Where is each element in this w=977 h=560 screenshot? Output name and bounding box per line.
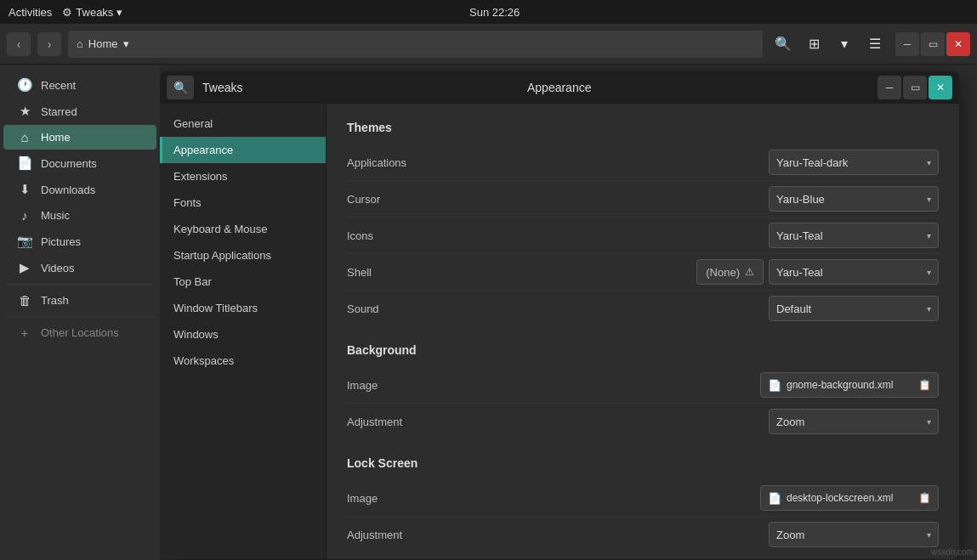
icons-label: Icons [347, 229, 769, 242]
forward-button[interactable]: › [37, 32, 61, 56]
background-header: Background [347, 343, 939, 357]
location-bar[interactable]: ⌂ Home ▾ [68, 31, 763, 58]
shell-row: Shell (None) ⚠ Yaru-Teal ▾ [347, 254, 939, 291]
applications-row: Applications Yaru-Teal-dark ▾ [347, 144, 939, 181]
tweaks-app-icon: ⚙ [62, 6, 72, 19]
cursor-dropdown-arrow: ▾ [927, 195, 931, 204]
ls-file-icon: 📄 [768, 492, 781, 505]
shell-dropdown[interactable]: Yaru-Teal ▾ [769, 259, 939, 285]
tweaks-nav-startup[interactable]: Startup Applications [160, 242, 326, 269]
shell-value: Yaru-Teal [776, 266, 823, 279]
tweaks-nav-windows[interactable]: Windows [160, 321, 326, 348]
filebar: ‹ › ⌂ Home ▾ 🔍 ⊞ ▾ ☰ ─ ▭ ✕ [0, 24, 977, 65]
tweaks-window: 🔍 Tweaks Appearance ─ ▭ ✕ General Appear… [160, 71, 959, 559]
sidebar-item-trash[interactable]: 🗑 Trash [3, 288, 156, 313]
icons-dropdown-arrow: ▾ [927, 231, 931, 240]
ls-adjustment-label: Adjustment [347, 529, 769, 541]
ls-image-picker[interactable]: 📄 desktop-lockscreen.xml 📋 [760, 485, 939, 511]
sidebar-label-starred: Starred [41, 105, 77, 118]
shell-control: (None) ⚠ Yaru-Teal ▾ [696, 259, 939, 285]
pictures-icon: 📷 [17, 234, 32, 249]
cursor-value: Yaru-Blue [776, 193, 825, 206]
tweaks-nav-general[interactable]: General [160, 110, 326, 137]
back-button[interactable]: ‹ [7, 32, 31, 56]
bg-image-label: Image [347, 379, 760, 392]
ls-adjustment-row: Adjustment Zoom ▾ [347, 517, 939, 552]
bg-image-value: gnome-background.xml [787, 379, 893, 391]
sound-dropdown[interactable]: Default ▾ [769, 296, 939, 321]
sort-button[interactable]: ▾ [831, 31, 858, 58]
system-topbar: Activities ⚙ Tweaks ▾ Sun 22:26 [0, 0, 977, 24]
applications-value: Yaru-Teal-dark [776, 156, 848, 169]
minimize-button[interactable]: ─ [895, 32, 919, 56]
sidebar-label-other: Other Locations [41, 326, 119, 339]
cursor-label: Cursor [347, 193, 769, 206]
sidebar-label-videos: Videos [41, 262, 75, 274]
topbar-app[interactable]: ⚙ Tweaks ▾ [62, 6, 122, 19]
activities-button[interactable]: Activities [9, 6, 52, 19]
sidebar-item-pictures[interactable]: 📷 Pictures [3, 229, 156, 254]
bg-file-icon: 📄 [768, 379, 781, 392]
ls-adjustment-value: Zoom [776, 529, 804, 541]
bg-adjustment-control: Zoom ▾ [769, 409, 939, 434]
icons-dropdown[interactable]: Yaru-Teal ▾ [769, 223, 939, 248]
search-button[interactable]: 🔍 [770, 31, 797, 58]
themes-section: Themes Applications Yaru-Teal-dark ▾ [347, 121, 939, 326]
bg-adjustment-dropdown-arrow: ▾ [927, 417, 931, 427]
bg-copy-icon[interactable]: 📋 [918, 379, 931, 391]
ls-image-control: 📄 desktop-lockscreen.xml 📋 [760, 485, 939, 511]
tweaks-close-button[interactable]: ✕ [929, 76, 952, 99]
sidebar-item-music[interactable]: ♪ Music [3, 203, 156, 228]
cursor-dropdown[interactable]: Yaru-Blue ▾ [769, 186, 939, 212]
recent-icon: 🕐 [17, 77, 32, 93]
sidebar-item-videos[interactable]: ▶ Videos [3, 255, 156, 280]
trash-icon: 🗑 [17, 293, 32, 308]
ls-copy-icon[interactable]: 📋 [918, 492, 931, 504]
bg-image-picker[interactable]: 📄 gnome-background.xml 📋 [760, 372, 939, 398]
bg-adjustment-dropdown[interactable]: Zoom ▾ [769, 409, 939, 434]
applications-dropdown[interactable]: Yaru-Teal-dark ▾ [769, 150, 939, 175]
icons-row: Icons Yaru-Teal ▾ [347, 218, 939, 254]
sound-dropdown-arrow: ▾ [927, 304, 931, 314]
sidebar-item-other[interactable]: + Other Locations [3, 320, 156, 345]
sound-row: Sound Default ▾ [347, 291, 939, 326]
tweaks-titlebar: 🔍 Tweaks Appearance ─ ▭ ✕ [160, 71, 959, 104]
system-clock: Sun 22:26 [469, 6, 520, 19]
music-icon: ♪ [17, 208, 32, 223]
sidebar-item-downloads[interactable]: ⬇ Downloads [3, 177, 156, 202]
other-icon: + [17, 325, 32, 340]
sidebar-item-recent[interactable]: 🕐 Recent [3, 72, 156, 98]
ls-adjustment-dropdown[interactable]: Zoom ▾ [769, 522, 939, 547]
close-button[interactable]: ✕ [946, 32, 970, 56]
menu-button[interactable]: ☰ [861, 31, 889, 58]
tweaks-nav-fonts[interactable]: Fonts [160, 189, 326, 216]
lockscreen-section: Lock Screen Image 📄 desktop-lockscreen.x… [347, 456, 939, 552]
sidebar-separator-2 [7, 316, 153, 317]
tweaks-nav-appearance[interactable]: Appearance [160, 137, 326, 163]
shell-none-badge: (None) ⚠ [696, 259, 764, 285]
bg-image-control: 📄 gnome-background.xml 📋 [760, 372, 939, 398]
maximize-button[interactable]: ▭ [921, 32, 945, 56]
tweaks-search-button[interactable]: 🔍 [167, 76, 194, 99]
tweaks-maximize-button[interactable]: ▭ [903, 76, 927, 99]
icons-control: Yaru-Teal ▾ [769, 223, 939, 248]
tweaks-nav-workspaces[interactable]: Workspaces [160, 348, 326, 374]
tweaks-nav-keyboard-mouse[interactable]: Keyboard & Mouse [160, 216, 326, 242]
tweaks-minimize-button[interactable]: ─ [878, 76, 901, 99]
sidebar-item-starred[interactable]: ★ Starred [3, 99, 156, 124]
applications-label: Applications [347, 156, 769, 169]
sound-control: Default ▾ [769, 296, 939, 321]
tweaks-nav-window-titlebars[interactable]: Window Titlebars [160, 295, 326, 321]
tweaks-nav-extensions[interactable]: Extensions [160, 163, 326, 189]
videos-icon: ▶ [17, 260, 32, 275]
shell-warn-icon: ⚠ [745, 266, 754, 278]
location-chevron: ▾ [123, 37, 129, 50]
tweaks-nav-top-bar[interactable]: Top Bar [160, 269, 326, 295]
sidebar-separator [7, 284, 153, 285]
sidebar-item-home[interactable]: ⌂ Home [3, 125, 156, 150]
view-toggle-button[interactable]: ⊞ [800, 31, 827, 58]
main-area: 🕐 Recent ★ Starred ⌂ Home 📄 Documents ⬇ … [0, 65, 977, 560]
shell-label: Shell [347, 266, 696, 279]
ls-adjustment-control: Zoom ▾ [769, 522, 939, 547]
sidebar-item-documents[interactable]: 📄 Documents [3, 150, 156, 176]
